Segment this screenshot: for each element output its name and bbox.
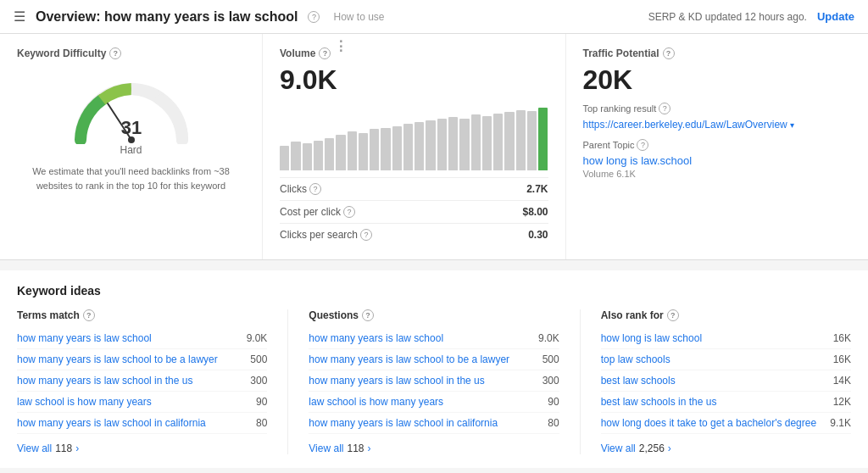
list-item: best law schools14K	[601, 370, 851, 392]
keyword-volume: 90	[256, 396, 267, 408]
parent-volume: Volume 6.1K	[583, 169, 852, 179]
list-item: law school is how many years90	[17, 392, 267, 413]
cpc-value: $8.00	[522, 206, 548, 218]
keyword-volume: 12K	[833, 396, 851, 408]
keyword-link[interactable]: how many years is law school in the us	[17, 375, 250, 387]
chart-bar	[392, 126, 402, 170]
chart-bar	[314, 141, 323, 170]
parent-topic-link[interactable]: how long is law.school	[583, 154, 693, 167]
ranking-link[interactable]: https://career.berkeley.edu/Law/LawOverv…	[583, 119, 787, 131]
terms-match-help-icon[interactable]: ?	[83, 309, 95, 321]
keyword-link[interactable]: how many years is law school in californ…	[309, 417, 548, 429]
list-item: how many years is law school to be a law…	[17, 349, 267, 370]
chart-bar	[348, 131, 357, 170]
also-rank-for-column: Also rank for ? how long is law school16…	[601, 309, 851, 454]
menu-icon[interactable]: ☰	[14, 8, 25, 25]
list-item: how many years is law school in californ…	[309, 413, 559, 434]
keyword-link[interactable]: top law schools	[601, 353, 833, 365]
parent-topic-help-icon[interactable]: ?	[637, 139, 648, 151]
keyword-link[interactable]: law school is how many years	[17, 396, 256, 408]
keyword-volume: 80	[256, 417, 267, 429]
keyword-volume: 9.1K	[830, 417, 851, 429]
keyword-volume: 300	[250, 375, 267, 387]
chart-bar	[426, 120, 435, 170]
gauge-container: 31 Hard	[17, 68, 245, 156]
keyword-link[interactable]: how many years is law school	[309, 332, 538, 344]
keyword-link[interactable]: how long is law school	[601, 332, 833, 344]
keyword-link[interactable]: best law schools	[601, 375, 833, 387]
cps-value: 0.30	[528, 229, 548, 241]
cpc-help-icon[interactable]: ?	[343, 206, 355, 218]
chart-bar	[448, 117, 458, 170]
chart-bar	[527, 111, 537, 170]
top-ranking-label: Top ranking result ?	[583, 103, 852, 114]
kd-card-title: Keyword Difficulty ?	[17, 47, 245, 59]
keyword-volume: 500	[250, 353, 267, 365]
list-item: how many years is law school9.0K	[309, 328, 559, 349]
header-help-icon[interactable]: ?	[308, 11, 320, 23]
ranking-url-row: https://career.berkeley.edu/Law/LawOverv…	[583, 118, 852, 131]
volume-help-icon[interactable]: ?	[319, 47, 331, 59]
volume-more-icon[interactable]: ⋮	[334, 38, 348, 54]
list-item: how long is law school16K	[601, 328, 851, 349]
cards-row: Keyword Difficulty ? 31 Hard We estimate…	[0, 34, 868, 260]
list-item: how many years is law school to be a law…	[309, 349, 559, 370]
also-rank-for-help-icon[interactable]: ?	[667, 309, 679, 321]
cps-metric: Clicks per search ? 0.30	[280, 223, 548, 246]
list-item: how many years is law school in the us30…	[17, 370, 267, 392]
chart-bar	[403, 124, 413, 170]
questions-view-all[interactable]: View all 118 ›	[309, 442, 559, 454]
keyword-link[interactable]: how many years is law school to be a law…	[17, 353, 250, 365]
traffic-value: 20K	[583, 64, 852, 96]
traffic-help-icon[interactable]: ?	[663, 47, 675, 59]
keyword-ideas-section: Keyword ideas Terms match ? how many yea…	[0, 270, 868, 468]
keyword-ideas-title: Keyword ideas	[17, 284, 851, 298]
also-rank-rows: how long is law school16Ktop law schools…	[601, 328, 851, 434]
page-title: Overview: how many years is law school	[36, 9, 298, 25]
how-to-use-link[interactable]: How to use	[333, 11, 384, 23]
update-text: SERP & KD updated 12 hours ago.	[648, 11, 807, 23]
cpc-metric: Cost per click ? $8.00	[280, 200, 548, 223]
keyword-volume: 16K	[833, 332, 851, 344]
traffic-potential-card: Traffic Potential ? 20K Top ranking resu…	[566, 34, 869, 259]
keyword-volume: 500	[542, 353, 559, 365]
clicks-help-icon[interactable]: ?	[309, 183, 321, 195]
also-rank-view-all[interactable]: View all 2,256 ›	[601, 442, 851, 454]
chart-bar	[516, 110, 526, 170]
clicks-value: 2.7K	[526, 183, 548, 195]
questions-help-icon[interactable]: ?	[362, 309, 374, 321]
also-rank-for-title: Also rank for ?	[601, 309, 851, 321]
keyword-link[interactable]: how many years is law school in the us	[309, 375, 542, 387]
keyword-volume: 9.0K	[247, 332, 268, 344]
kd-help-icon[interactable]: ?	[109, 47, 121, 59]
keyword-link[interactable]: how many years is law school in californ…	[17, 417, 256, 429]
update-link[interactable]: Update	[817, 10, 854, 23]
gauge-svg: 31	[64, 68, 199, 144]
keyword-volume: 9.0K	[538, 332, 559, 344]
header: ☰ Overview: how many years is law school…	[0, 0, 868, 34]
keyword-link[interactable]: how many years is law school	[17, 332, 247, 344]
list-item: top law schools16K	[601, 349, 851, 370]
keyword-volume: 300	[542, 375, 559, 387]
traffic-card-title: Traffic Potential ?	[583, 47, 852, 59]
keyword-link[interactable]: best law schools in the us	[601, 396, 833, 408]
volume-value: 9.0K	[280, 64, 548, 96]
keyword-link[interactable]: law school is how many years	[309, 396, 548, 408]
list-item: how many years is law school in the us30…	[309, 370, 559, 392]
keyword-volume: 16K	[833, 353, 851, 365]
keyword-link[interactable]: how long does it take to get a bachelor'…	[601, 417, 831, 429]
terms-match-title: Terms match ?	[17, 309, 267, 321]
ranking-dropdown-icon[interactable]: ▾	[790, 120, 794, 130]
chart-bar	[336, 135, 345, 170]
kd-description: We estimate that you'll need backlinks f…	[17, 164, 245, 192]
chart-bar	[504, 112, 514, 170]
volume-chart	[280, 103, 548, 170]
chart-bar	[437, 119, 447, 170]
chart-metrics: Clicks ? 2.7K Cost per click ? $8.00 Cli…	[280, 177, 548, 246]
cps-help-icon[interactable]: ?	[360, 229, 372, 241]
gauge-label: Hard	[120, 144, 142, 156]
top-ranking-help-icon[interactable]: ?	[659, 103, 670, 114]
keyword-link[interactable]: how many years is law school to be a law…	[309, 353, 542, 365]
keyword-volume: 80	[548, 417, 559, 429]
terms-match-view-all[interactable]: View all 118 ›	[17, 442, 267, 454]
